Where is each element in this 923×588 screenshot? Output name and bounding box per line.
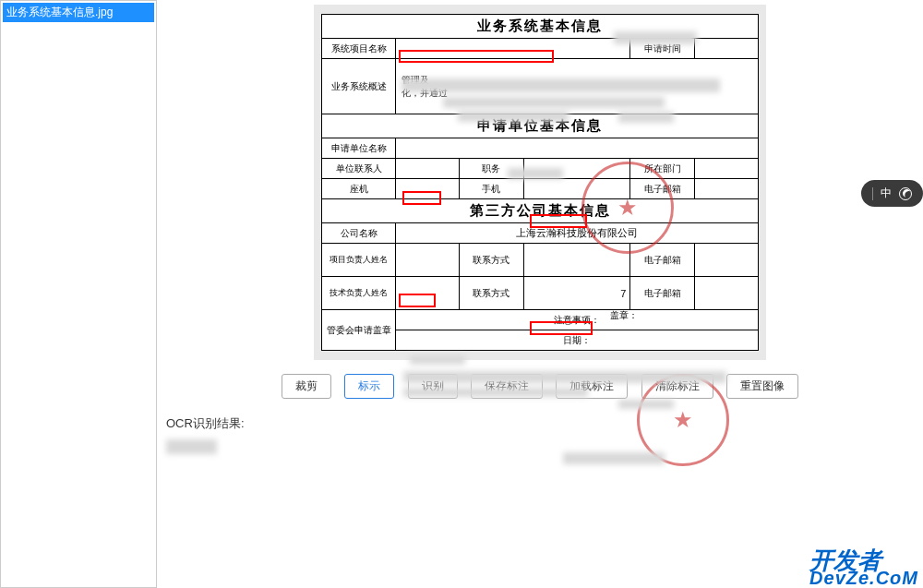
value-tech-email [695,277,759,310]
label-pm-email: 电子邮箱 [630,244,695,277]
value-company-name: 上海云瀚科技股份有限公司 [396,223,759,244]
value-landline [396,179,460,199]
watermark: 开发者 DevZe.CoM [809,550,918,586]
label-pm-contact: 联系方式 [459,244,523,277]
label-department: 所在部门 [630,159,695,179]
value-email [695,179,759,199]
label-contact-person: 单位联系人 [322,159,396,179]
form-table: 业务系统基本信息 系统项目名称 申请时间 业务系统概述 管理及 化，并通过 申请… [321,14,759,351]
label-tech-email: 电子邮箱 [630,277,695,310]
label-applicant-name: 申请单位名称 [322,138,396,159]
sidebar-item-file[interactable]: 业务系统基本信息.jpg [3,3,154,22]
label-project-name: 系统项目名称 [322,39,396,59]
value-pm-contact [523,244,630,277]
ime-mode-label: 中 [881,186,892,201]
document-preview[interactable]: 业务系统基本信息 系统项目名称 申请时间 业务系统概述 管理及 化，并通过 申请… [314,5,766,360]
date-cell: 日期： [396,330,759,351]
label-mobile: 手机 [459,179,523,199]
crop-button[interactable]: 裁剪 [282,374,331,399]
label-system-overview: 业务系统概述 [322,59,396,114]
ime-separator [872,187,873,200]
mark-button[interactable]: 标示 [344,374,394,399]
value-tech-name [396,277,460,310]
label-company-name: 公司名称 [322,223,396,244]
ocr-result-box [166,439,535,460]
notes-cell: 注意事项： 盖章： [396,310,759,330]
ocr-result-section: OCR识别结果: [166,415,914,460]
reset-image-button[interactable]: 重置图像 [726,374,798,399]
file-sidebar: 业务系统基本信息.jpg [0,0,157,588]
label-landline: 座机 [322,179,396,199]
label-email: 电子邮箱 [630,179,695,199]
label-committee-stamp: 管委会申请盖章 [322,310,396,351]
section3-title: 第三方公司基本信息 [322,199,759,223]
ime-indicator[interactable]: 中 [861,180,923,207]
value-mobile [523,179,630,199]
value-contact-person [396,159,460,179]
main-panel: 业务系统基本信息 系统项目名称 申请时间 业务系统概述 管理及 化，并通过 申请… [157,0,923,588]
label-tech-name: 技术负责人姓名 [322,277,396,310]
value-pm-email [695,244,759,277]
value-applicant-name [396,138,759,159]
value-department [695,159,759,179]
value-apply-time [695,39,759,59]
ocr-result-label: OCR识别结果: [166,415,914,432]
value-tech-contact: 7 [523,277,630,310]
label-tech-contact: 联系方式 [459,277,523,310]
label-pm-name: 项目负责人姓名 [322,244,396,277]
moon-icon [899,187,912,200]
value-project-name [396,39,630,59]
value-pm-name [396,244,460,277]
